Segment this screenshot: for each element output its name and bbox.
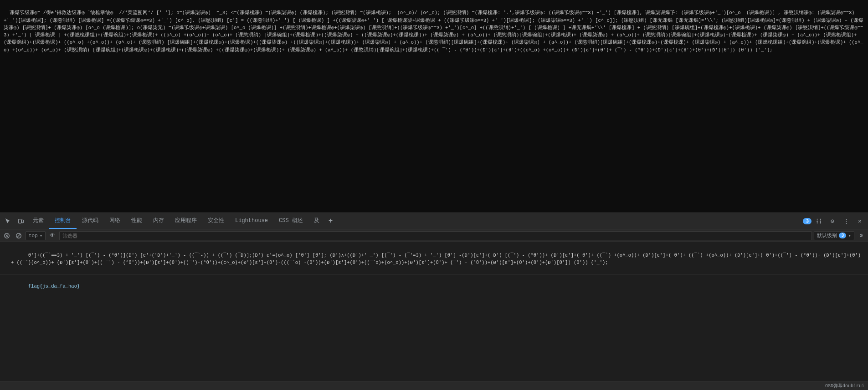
console-line-flag: flag{js_da_fa_hao} bbox=[0, 275, 868, 298]
error-badge: 3 bbox=[803, 218, 812, 224]
more-options-icon[interactable]: ⋮ bbox=[840, 215, 853, 228]
top-code-area: 课爆孓级课◎= /得e'得救达级课◎ `皱枪掌皱◎ //*菜篮围网*/ ['-'… bbox=[0, 0, 868, 213]
console-settings-icon[interactable]: ⚙ bbox=[856, 231, 866, 241]
svg-rect-0 bbox=[19, 219, 21, 223]
top-code-text: 课爆孓级课◎= /得e'得救达级课◎ `皱枪掌皱◎ //*菜篮围网*/ ['-'… bbox=[4, 10, 863, 52]
settings-icon[interactable]: ⚙ bbox=[826, 215, 839, 228]
svg-line-8 bbox=[17, 234, 21, 238]
context-dropdown-icon: ▾ bbox=[40, 233, 43, 238]
customize-devtools-icon[interactable] bbox=[812, 215, 825, 228]
tab-lighthouse[interactable]: Lighthouse bbox=[230, 213, 273, 229]
tab-sources[interactable]: 源代码 bbox=[77, 213, 104, 229]
tab-elements[interactable]: 元素 bbox=[27, 213, 49, 229]
devtools-panel: 元素 控制台 源代码 网络 性能 内存 应用程序 安全性 bbox=[0, 213, 868, 390]
console-line-0: θ']+((¯`==3) + '_') [(¯') - (°θ')](Ð') [… bbox=[0, 244, 868, 275]
devtools-tabbar: 元素 控制台 源代码 网络 性能 内存 应用程序 安全性 bbox=[0, 213, 868, 229]
status-bar: OSD弹幕doubirui bbox=[0, 381, 868, 390]
log-level-badge: 3 bbox=[839, 233, 846, 238]
context-value: top bbox=[29, 233, 38, 238]
level-dropdown-icon: ▾ bbox=[848, 233, 851, 238]
context-selector[interactable]: top ▾ bbox=[26, 231, 46, 240]
inspect-element-icon[interactable] bbox=[2, 215, 15, 228]
add-tab-button[interactable]: + bbox=[325, 217, 337, 225]
log-level-label: 默认级别 bbox=[817, 232, 837, 239]
tab-css-overview[interactable]: CSS 概述 bbox=[273, 213, 308, 229]
tab-memory[interactable]: 内存 bbox=[148, 213, 169, 229]
console-text-0: θ']+((¯`==3) + '_') [(¯') - (°θ')](Ð') [… bbox=[11, 253, 863, 265]
tab-performance[interactable]: 性能 bbox=[126, 213, 148, 229]
tab-recorder[interactable]: 及 bbox=[308, 213, 325, 229]
tab-console[interactable]: 控制台 bbox=[49, 213, 77, 229]
svg-point-3 bbox=[820, 220, 821, 222]
device-toolbar-icon[interactable] bbox=[15, 215, 27, 228]
devtools-topbar-right: 3 ⚙ ⋮ ✕ bbox=[803, 215, 866, 228]
flag-text: flag{js_da_fa_hao} bbox=[28, 284, 80, 289]
clear-console-button[interactable] bbox=[2, 231, 12, 241]
console-filter-input[interactable] bbox=[59, 231, 812, 240]
tab-security[interactable]: 安全性 bbox=[202, 213, 230, 229]
status-right-text: OSD弹幕doubirui bbox=[825, 383, 864, 389]
status-bar-right: OSD弹幕doubirui bbox=[825, 383, 864, 389]
block-icon[interactable] bbox=[14, 231, 24, 241]
console-output[interactable]: θ']+((¯`==3) + '_') [(¯') - (°θ')](Ð') [… bbox=[0, 242, 868, 381]
eye-icon[interactable]: 👁 bbox=[47, 231, 57, 241]
svg-point-2 bbox=[817, 220, 818, 222]
devtools-tabs-container: 元素 控制台 源代码 网络 性能 内存 应用程序 安全性 bbox=[27, 213, 803, 229]
close-devtools-icon[interactable]: ✕ bbox=[853, 215, 866, 228]
console-toolbar: top ▾ 👁 默认级别 3 ▾ ⚙ bbox=[0, 229, 868, 242]
log-level-selector[interactable]: 默认级别 3 ▾ bbox=[814, 231, 854, 240]
tab-application[interactable]: 应用程序 bbox=[169, 213, 202, 229]
svg-rect-1 bbox=[22, 220, 24, 223]
tab-network[interactable]: 网络 bbox=[104, 213, 126, 229]
